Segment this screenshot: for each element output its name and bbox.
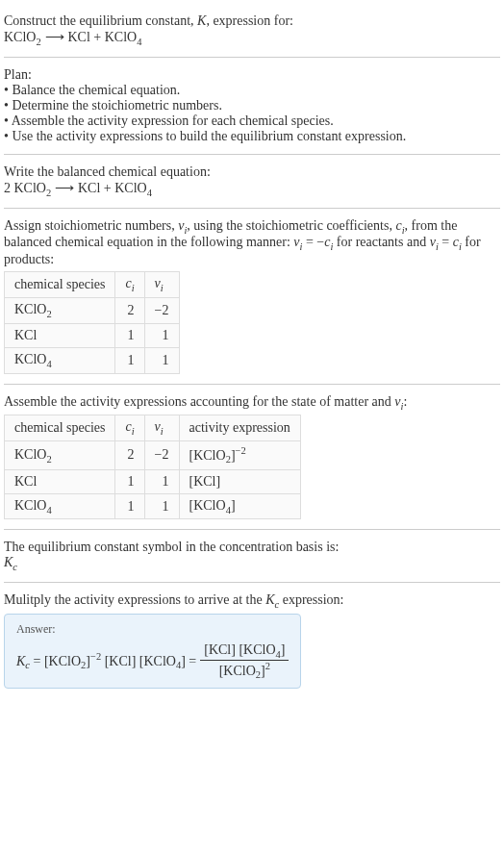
answer-box: Answer: Kc = [KClO2]−2 [KCl] [KClO4] = [… [4,614,301,689]
multiply-text: Mulitply the activity expressions to arr… [4,592,265,607]
divider [4,384,500,385]
activity-cell: [KClO4] [179,493,300,519]
col-ci: ci [115,272,144,298]
assign-section: Assign stoichiometric numbers, νi, using… [4,213,500,380]
nui-cell: 1 [144,347,179,373]
lhs: KClO [14,181,46,195]
assign-text: Assign stoichiometric numbers, [4,218,178,233]
table-row: KClO2 2 −2 [KClO2]−2 [5,441,301,469]
expr: [KClO [189,448,226,463]
kc-sub: c [13,562,17,572]
sub: 4 [46,504,51,515]
table-header-row: chemical species ci νi [5,272,180,298]
num-text: ] [281,642,286,657]
species: KClO [14,302,46,316]
activity-cell: [KCl] [179,469,300,493]
answer-label: Answer: [16,622,289,637]
multiply-section: Mulitply the activity expressions to arr… [4,587,500,694]
header-text: Construct the equilibrium constant, [4,13,197,28]
sub: 2 [46,453,51,464]
kc: K [265,592,274,607]
col-nui: νi [144,415,179,441]
ci-cell: 1 [115,347,144,373]
eq: = [30,654,44,668]
plan-bullet: • Assemble the activity expression for e… [4,113,500,129]
stoich-table: chemical species ci νi KClO2 2 −2 KCl 1 … [4,271,180,373]
divider [4,57,500,58]
col-nui: νi [144,272,179,298]
sub: i [132,283,135,293]
assemble-text: Assemble the activity expressions accoun… [4,394,394,409]
species-cell: KCl [5,469,115,493]
symbol-text: The equilibrium constant symbol in the c… [4,540,500,555]
species: KClO [14,447,46,462]
expr: ] [231,498,236,513]
activity-cell: [KClO2]−2 [179,441,300,469]
species: KClO [14,498,46,513]
denominator: [KClO2]2 [200,661,289,680]
nui-cell: −2 [144,441,179,469]
eq: = [439,235,453,249]
species-cell: KClO2 [5,297,115,323]
balanced-section: Write the balanced chemical equation: 2 … [4,159,500,204]
term: ] = [181,654,196,668]
sub: 4 [147,188,152,198]
assign-text: for reactants and [333,235,429,249]
table-row: KClO4 1 1 [5,347,180,373]
species-cell: KCl [5,323,115,347]
species-cell: KClO4 [5,493,115,519]
col-species: chemical species [5,415,115,441]
species: KClO [14,352,46,366]
kc: K [16,654,25,668]
sub: 2 [46,309,51,319]
ci-cell: 2 [115,441,144,469]
ci-cell: 1 [115,469,144,493]
kc: K [4,555,13,569]
kc-left: Kc = [KClO2]−2 [KCl] [KClO4] = [16,651,196,670]
rhs: KCl + KClO [78,181,147,195]
eq-lhs: KClO [4,30,36,44]
ci-cell: 1 [115,493,144,519]
nui-cell: 1 [144,469,179,493]
nui-cell: 1 [144,493,179,519]
plan-section: Plan: • Balance the chemical equation. •… [4,62,500,150]
multiply-text: expression: [279,592,343,607]
sub: i [161,283,164,293]
table-row: KClO4 1 1 [KClO4] [5,493,301,519]
col-activity: activity expression [179,415,300,441]
term: [KCl] [KClO [101,654,176,668]
divider [4,529,500,530]
arrow-icon: ⟶ [51,180,78,195]
col-species: chemical species [5,272,115,298]
unbalanced-equation: KClO2 ⟶ KCl + KClO4 [4,30,141,44]
eq-sub: 4 [137,37,141,47]
colon: : [403,394,407,409]
col-ci: ci [115,415,144,441]
expr: [KClO [189,498,226,513]
sup: −2 [236,445,246,456]
num-text: [KCl] [KClO [204,642,275,657]
sup: 2 [265,661,270,671]
coef: 2 [4,181,14,195]
plan-bullet: • Determine the stoichiometric numbers. [4,98,500,113]
symbol-section: The equilibrium constant symbol in the c… [4,534,500,578]
fraction: [KCl] [KClO4] [KClO2]2 [200,642,289,680]
divider [4,208,500,209]
balanced-equation: 2 KClO2 ⟶ KCl + KClO4 [4,181,152,195]
question-header: Construct the equilibrium constant, K, e… [4,8,500,53]
ci-cell: 1 [115,323,144,347]
assign-text: , using the stoichiometric coefficients, [187,218,395,233]
plan-title: Plan: [4,67,500,83]
table-row: KClO2 2 −2 [5,297,180,323]
kc-expression: Kc = [KClO2]−2 [KCl] [KClO4] = [KCl] [KC… [16,642,289,680]
term: [KClO [44,654,81,668]
sub: 4 [46,359,51,369]
eq: = − [302,235,324,249]
table-header-row: chemical species ci νi activity expressi… [5,415,301,441]
divider [4,582,500,583]
sub: i [161,426,164,437]
sub: i [132,426,135,437]
sup: −2 [90,651,101,662]
species-cell: KClO2 [5,441,115,469]
balanced-title: Write the balanced chemical equation: [4,164,500,180]
